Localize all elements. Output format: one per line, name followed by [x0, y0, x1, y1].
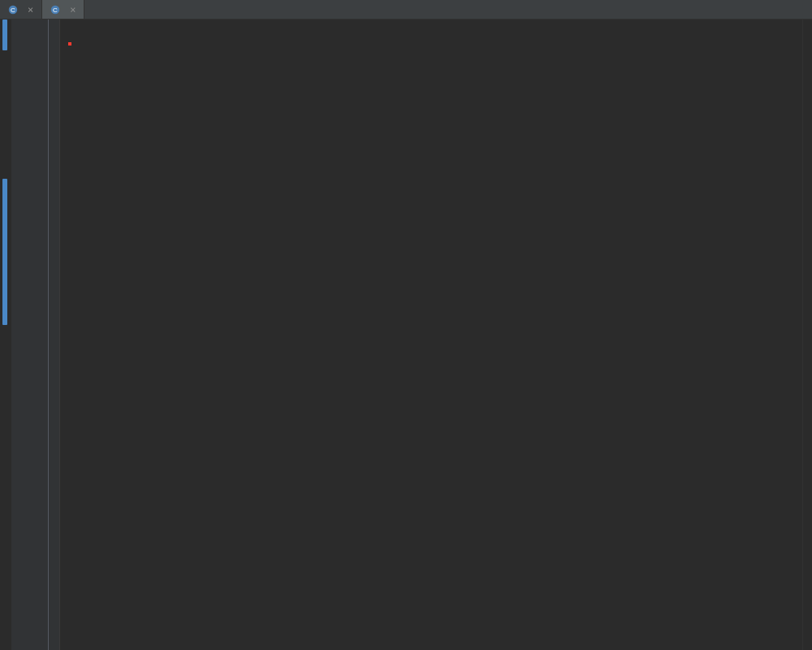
close-icon[interactable]: ×: [70, 4, 76, 15]
line-number-gutter[interactable]: [11, 20, 44, 650]
close-icon[interactable]: ×: [28, 4, 33, 15]
fold-column[interactable]: [44, 20, 60, 650]
java-class-icon: C: [8, 5, 18, 15]
editor-area: [0, 20, 812, 650]
tab-package-internals-finder[interactable]: C ×: [42, 0, 84, 19]
java-class-icon: C: [50, 5, 60, 15]
svg-text:C: C: [53, 6, 58, 14]
highlight-box: [68, 42, 71, 46]
code-editor[interactable]: [60, 20, 802, 650]
error-stripe[interactable]: [802, 20, 812, 650]
svg-text:C: C: [11, 6, 15, 14]
vcs-gutter: [0, 20, 11, 650]
tab-dynamic-java-file-manager[interactable]: C ×: [0, 0, 42, 19]
editor-tabs: C × C ×: [0, 0, 812, 20]
tabs-empty-area: [84, 0, 812, 19]
